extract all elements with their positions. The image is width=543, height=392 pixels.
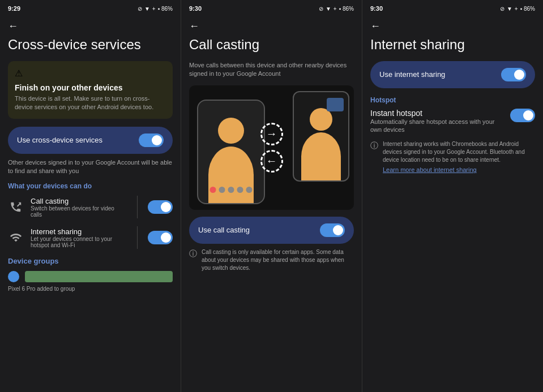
illus-right-phone: [293, 91, 349, 182]
toggle-label-internet-sharing: Use internet sharing: [379, 70, 445, 79]
illus-dot-gray2: [228, 187, 234, 193]
device-bar: [25, 271, 173, 282]
plus-icon-3: +: [515, 6, 518, 12]
call-casting-illustration: → ←: [189, 85, 354, 210]
call-casting-icon: [8, 199, 24, 215]
toggle-row-internet-sharing[interactable]: Use internet sharing: [370, 61, 535, 88]
status-icons-3: ⊘ ▼ + ▪ 86%: [500, 6, 535, 12]
helper-text-1: Other devices signed in to your Google A…: [8, 158, 173, 176]
info-icon-internet: ⓘ: [370, 141, 378, 151]
toggle-row-main-1[interactable]: Use cross-device services: [8, 127, 173, 154]
page-title-2: Call casting: [189, 37, 354, 53]
device-name: Pixel 6 Pro added to group: [8, 286, 173, 292]
warning-box: ⚠ Finish on your other devices This devi…: [8, 61, 173, 119]
toggle-label-main-1: Use cross-device services: [17, 136, 102, 144]
info-text-block: Internet sharing works with Chromebooks …: [383, 140, 535, 173]
illus-person-body: [208, 147, 254, 203]
hotspot-section-label: Hotspot: [370, 96, 535, 104]
divider-1: [137, 196, 138, 218]
internet-sharing-desc: Let your devices connect to your hotspot…: [31, 236, 127, 248]
info-text-internet: Internet sharing works with Chromebooks …: [383, 140, 535, 164]
feature-text-call-casting: Call casting Switch between devices for …: [31, 197, 127, 218]
status-time-3: 9:30: [370, 5, 383, 12]
page-title-1: Cross-device services: [8, 37, 173, 53]
illus-person-head: [218, 118, 244, 144]
device-item: [8, 271, 173, 282]
illus-dot-gray3: [237, 187, 243, 193]
status-bar-2: 9:30 ⊘ ▼ + ▪ 86%: [181, 0, 362, 16]
warning-icon: ⚠: [15, 68, 166, 79]
illus-right-person-head: [310, 108, 332, 131]
battery-icon-2: ▪ 86%: [339, 6, 354, 12]
screen-content-2: Call casting Move calls between this dev…: [181, 37, 362, 392]
plus-icon-1: +: [152, 6, 156, 12]
feature-internet-sharing: Internet sharing Let your devices connec…: [8, 226, 173, 249]
signal-icon-1: ⊘: [138, 6, 142, 12]
status-icons-1: ⊘ ▼ + ▪ 86%: [138, 6, 173, 12]
status-time-2: 9:30: [189, 5, 202, 12]
toggle-row-call-casting[interactable]: Use call casting: [189, 217, 354, 244]
status-bar-1: 9:29 ⊘ ▼ + ▪ 86%: [0, 0, 181, 16]
screen-content-3: Internet sharing Use internet sharing Ho…: [362, 37, 543, 392]
signal-icon-2: ⊘: [319, 6, 323, 12]
info-text-call-casting: Call casting is only available for certa…: [202, 248, 354, 272]
toggle-internet-sharing[interactable]: [148, 231, 173, 244]
call-casting-title: Call casting: [31, 197, 127, 205]
divider-2: [137, 226, 138, 249]
panel-internet-sharing: 9:30 ⊘ ▼ + ▪ 86% ← Internet sharing Use …: [362, 0, 543, 392]
toggle-call-casting[interactable]: [148, 200, 173, 214]
instant-hotspot-row: Instant hotspot Automatically share hots…: [370, 109, 535, 134]
page-title-3: Internet sharing: [370, 37, 535, 53]
learn-more-link[interactable]: Learn more about internet sharing: [383, 166, 535, 173]
status-bar-3: 9:30 ⊘ ▼ + ▪ 86%: [362, 0, 543, 16]
battery-icon-3: ▪ 86%: [520, 6, 535, 12]
device-dot: [8, 271, 19, 282]
illus-dot-gray4: [246, 187, 253, 193]
info-row-call-casting: ⓘ Call casting is only available for cer…: [189, 248, 354, 272]
feature-call-casting: Call casting Switch between devices for …: [8, 196, 173, 218]
instant-hotspot-title: Instant hotspot: [370, 109, 504, 118]
section-label-1: What your devices can do: [8, 182, 173, 190]
illus-arrows: → ←: [260, 123, 283, 173]
illus-right-person-body: [301, 132, 341, 180]
internet-sharing-icon: [8, 230, 24, 245]
toggle-instant-hotspot[interactable]: [510, 109, 535, 122]
wifi-icon-3: ▼: [507, 6, 512, 12]
instant-hotspot-desc: Automatically share hotspot access with …: [370, 118, 504, 134]
call-casting-desc: Switch between devices for video calls: [31, 205, 127, 218]
status-icons-2: ⊘ ▼ + ▪ 86%: [319, 6, 354, 12]
signal-icon-3: ⊘: [500, 6, 504, 12]
toggle-switch-main-1[interactable]: [139, 133, 164, 147]
toggle-switch-internet-sharing[interactable]: [501, 68, 526, 81]
status-time-1: 9:29: [8, 5, 20, 12]
internet-sharing-title: Internet sharing: [31, 227, 127, 236]
illus-arrow-left: ←: [260, 150, 283, 173]
back-button-3[interactable]: ←: [362, 16, 543, 37]
illus-thumbnail: [327, 98, 344, 111]
illus-call-dots: [210, 187, 253, 193]
info-row-internet: ⓘ Internet sharing works with Chromebook…: [370, 140, 535, 173]
battery-icon-1: ▪ 86%: [158, 6, 173, 12]
call-casting-helper: Move calls between this device and other…: [189, 61, 354, 79]
back-button-2[interactable]: ←: [181, 16, 362, 37]
info-icon-call-casting: ⓘ: [189, 249, 197, 259]
warning-title: Finish on your other devices: [15, 83, 166, 92]
device-groups-label: Device groups: [8, 257, 173, 265]
screen-content-1: Cross-device services ⚠ Finish on your o…: [0, 37, 181, 392]
toggle-switch-call-casting[interactable]: [320, 223, 345, 237]
plus-icon-2: +: [334, 6, 337, 12]
illus-arrow-right: →: [260, 123, 283, 145]
wifi-icon-2: ▼: [326, 6, 331, 12]
toggle-label-call-casting: Use call casting: [198, 226, 250, 234]
illus-left-phone: [197, 100, 265, 204]
illus-dot-gray1: [219, 187, 225, 193]
warning-desc: This device is all set. Make sure to tur…: [15, 94, 166, 112]
instant-hotspot-text: Instant hotspot Automatically share hots…: [370, 109, 504, 134]
panel-cross-device: 9:29 ⊘ ▼ + ▪ 86% ← Cross-device services…: [0, 0, 181, 392]
illus-dot-red: [210, 187, 216, 193]
back-button-1[interactable]: ←: [0, 16, 181, 37]
panel-call-casting: 9:30 ⊘ ▼ + ▪ 86% ← Call casting Move cal…: [181, 0, 362, 392]
feature-text-internet-sharing: Internet sharing Let your devices connec…: [31, 227, 127, 248]
wifi-icon-1: ▼: [144, 6, 150, 12]
